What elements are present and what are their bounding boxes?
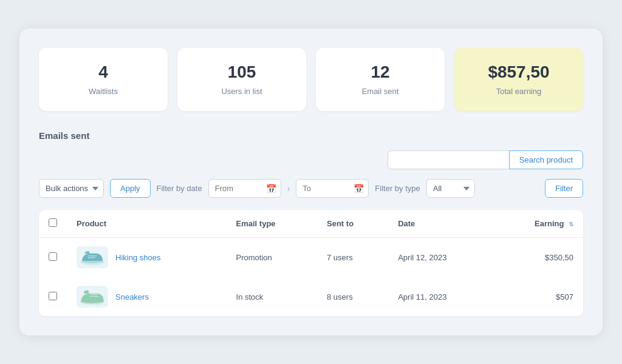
filter-by-type-label: Filter by type bbox=[375, 184, 420, 193]
search-row: Search product bbox=[39, 150, 583, 169]
row-checkbox-cell bbox=[39, 238, 67, 277]
emails-table: Product Email type Sent to Date Earning … bbox=[39, 210, 583, 316]
product-name-row-sneakers[interactable]: Sneakers bbox=[115, 292, 149, 302]
product-image-row-sneakers bbox=[77, 286, 108, 308]
stat-card-users-in-list: 105 Users in list bbox=[177, 48, 306, 111]
table-body: Hiking shoes Promotion 7 users April 12,… bbox=[39, 238, 583, 317]
product-image-row-hiking-shoes bbox=[77, 246, 108, 268]
row-sent-to-row-sneakers: 8 users bbox=[317, 277, 388, 317]
table-row: Sneakers In stock 8 users April 11, 2023… bbox=[39, 277, 583, 317]
product-name-row-hiking-shoes[interactable]: Hiking shoes bbox=[115, 253, 160, 262]
header-checkbox-cell bbox=[39, 210, 67, 238]
filter-type-select[interactable]: All Promotion In stock bbox=[426, 179, 475, 198]
col-email-type: Email type bbox=[227, 210, 317, 238]
row-email-type-row-sneakers: In stock bbox=[227, 277, 317, 317]
col-product: Product bbox=[67, 210, 227, 238]
stat-number-users-in-list: 105 bbox=[190, 62, 294, 82]
stat-card-email-sent: 12 Email sent bbox=[316, 48, 445, 111]
col-earning: Earning ⇅ bbox=[493, 210, 583, 238]
row-checkbox-row-hiking-shoes[interactable] bbox=[49, 252, 57, 261]
row-product-cell: Sneakers bbox=[67, 277, 227, 317]
row-earning-row-sneakers: $507 bbox=[493, 277, 583, 317]
sort-icon: ⇅ bbox=[569, 221, 573, 228]
from-date-wrap: 📅 bbox=[208, 179, 281, 198]
table-header: Product Email type Sent to Date Earning … bbox=[39, 210, 583, 238]
search-input[interactable] bbox=[388, 150, 509, 169]
stats-row: 4 Waitlists 105 Users in list 12 Email s… bbox=[39, 48, 583, 111]
stat-card-waitlists: 4 Waitlists bbox=[39, 48, 168, 111]
stat-label-waitlists: Waitlists bbox=[89, 87, 118, 96]
bulk-actions-select[interactable]: Bulk actions bbox=[39, 179, 104, 198]
row-earning-row-hiking-shoes: $350,50 bbox=[493, 238, 583, 277]
svg-rect-1 bbox=[87, 255, 97, 257]
row-date-row-hiking-shoes: April 12, 2023 bbox=[388, 238, 493, 277]
row-date-row-sneakers: April 11, 2023 bbox=[388, 277, 493, 317]
apply-button[interactable]: Apply bbox=[110, 179, 151, 198]
stat-number-total-earning: $857,50 bbox=[466, 62, 571, 82]
select-all-checkbox[interactable] bbox=[49, 218, 57, 227]
filter-by-date-label: Filter by date bbox=[157, 184, 202, 193]
stat-label-total-earning: Total earning bbox=[496, 87, 541, 96]
svg-rect-2 bbox=[87, 257, 95, 258]
col-sent-to: Sent to bbox=[317, 210, 388, 238]
row-checkbox-cell bbox=[39, 277, 67, 317]
date-separator: › bbox=[287, 184, 290, 194]
row-email-type-row-hiking-shoes: Promotion bbox=[227, 238, 317, 277]
stat-label-users-in-list: Users in list bbox=[221, 87, 262, 96]
stat-number-email-sent: 12 bbox=[328, 62, 432, 82]
stat-card-total-earning: $857,50 Total earning bbox=[454, 48, 583, 111]
col-date: Date bbox=[388, 210, 493, 238]
filter-row: Bulk actions Apply Filter by date 📅 › 📅 … bbox=[39, 179, 583, 198]
row-sent-to-row-hiking-shoes: 7 users bbox=[317, 238, 388, 277]
to-date-input[interactable] bbox=[296, 179, 369, 198]
section-title: Emails sent bbox=[39, 130, 583, 141]
main-container: 4 Waitlists 105 Users in list 12 Email s… bbox=[19, 29, 603, 335]
row-product-cell: Hiking shoes bbox=[67, 238, 227, 277]
filter-button[interactable]: Filter bbox=[545, 179, 583, 198]
to-date-wrap: 📅 bbox=[296, 179, 369, 198]
table-row: Hiking shoes Promotion 7 users April 12,… bbox=[39, 238, 583, 277]
from-date-input[interactable] bbox=[208, 179, 281, 198]
stat-number-waitlists: 4 bbox=[51, 62, 156, 82]
row-checkbox-row-sneakers[interactable] bbox=[49, 292, 57, 300]
search-product-button[interactable]: Search product bbox=[509, 150, 583, 169]
stat-label-email-sent: Email sent bbox=[362, 87, 399, 96]
emails-table-container: Product Email type Sent to Date Earning … bbox=[39, 210, 583, 316]
